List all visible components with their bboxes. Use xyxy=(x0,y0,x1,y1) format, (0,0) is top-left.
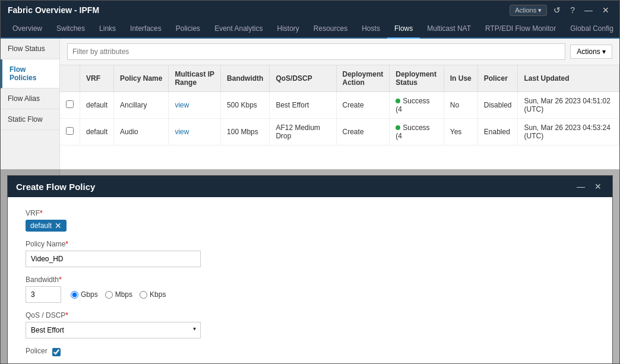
cell-policy-name: Ancillary xyxy=(114,92,169,119)
policer-label: Policer xyxy=(26,347,48,355)
policer-row: Policer xyxy=(26,347,594,357)
tab-global-config[interactable]: Global Config xyxy=(563,20,620,37)
cell-deployment-action: Create xyxy=(336,119,390,145)
cell-in-use: No xyxy=(444,92,477,119)
cell-last-updated: Sun, Mar 26 2023 04:53:24 (UTC) xyxy=(518,119,619,145)
filter-input[interactable] xyxy=(67,43,565,60)
tab-links[interactable]: Links xyxy=(92,20,123,37)
col-deployment-action: DeploymentAction xyxy=(336,65,390,92)
kbps-radio[interactable] xyxy=(140,291,147,299)
tab-flows[interactable]: Flows xyxy=(387,20,420,39)
multicast-link[interactable]: view xyxy=(175,128,189,136)
cell-bandwidth: 500 Kbps xyxy=(221,92,270,119)
title-bar: Fabric Overview - IPFM Actions ▾ ↺ ? — ✕ xyxy=(1,1,619,20)
mbps-option[interactable]: Mbps xyxy=(105,290,132,299)
tab-switches[interactable]: Switches xyxy=(49,20,92,37)
col-in-use: In Use xyxy=(444,65,477,92)
cell-multicast-ip: view xyxy=(169,119,221,145)
cell-in-use: Yes xyxy=(444,119,477,145)
cell-deployment-status: Success (4 xyxy=(390,119,444,145)
cell-qos: Best Effort xyxy=(270,92,336,119)
qos-label: QoS / DSCP* xyxy=(26,311,594,319)
cell-multicast-ip: view xyxy=(169,92,221,119)
col-bandwidth: Bandwidth xyxy=(221,65,270,92)
cell-policy-name: Audio xyxy=(114,119,169,145)
table-row: default Audio view 100 Mbps AF12 Medium … xyxy=(60,119,619,145)
col-last-updated: Last Updated xyxy=(518,65,619,92)
bandwidth-row: Gbps Mbps Kbps xyxy=(26,286,594,303)
flow-policies-table: VRF Policy Name Multicast IPRange Bandwi… xyxy=(60,65,619,145)
policy-name-field: Policy Name* xyxy=(26,240,594,267)
close-button[interactable]: ✕ xyxy=(599,4,612,16)
qos-select[interactable]: Best Effort AF12 Medium Drop xyxy=(26,322,201,338)
mbps-radio[interactable] xyxy=(105,291,113,299)
modal-title: Create Flow Policy xyxy=(16,182,95,192)
tab-multicast-nat[interactable]: Multicast NAT xyxy=(420,20,478,37)
minimize-button[interactable]: — xyxy=(581,4,596,16)
vrf-tag: default ✕ xyxy=(26,220,67,232)
col-vrf: VRF xyxy=(80,65,114,92)
create-flow-policy-modal: Create Flow Policy — ✕ VRF* default ✕ xyxy=(7,175,613,363)
tab-resources[interactable]: Resources xyxy=(306,20,355,37)
modal-title-bar: Create Flow Policy — ✕ xyxy=(8,176,612,197)
nav-tabs: Overview Switches Links Interfaces Polic… xyxy=(1,20,619,39)
vrf-field: VRF* default ✕ xyxy=(26,209,594,232)
modal-minimize-button[interactable]: — xyxy=(574,181,587,192)
col-deployment-status: DeploymentStatus xyxy=(390,65,444,92)
table-actions-button[interactable]: Actions ▾ xyxy=(570,45,612,59)
sidebar-item-flow-policies[interactable]: Flow Policies xyxy=(1,59,59,88)
vrf-tag-value: default xyxy=(30,221,52,230)
bandwidth-unit-group: Gbps Mbps Kbps xyxy=(71,290,166,299)
modal-overlay: Create Flow Policy — ✕ VRF* default ✕ xyxy=(1,169,619,363)
policy-name-input[interactable] xyxy=(26,251,201,267)
tab-rtp-edi[interactable]: RTP/EDI Flow Monitor xyxy=(478,20,563,37)
status-dot xyxy=(396,125,400,130)
row-checkbox[interactable] xyxy=(66,127,74,135)
sidebar-item-static-flow[interactable]: Static Flow xyxy=(1,109,59,130)
tab-policies[interactable]: Policies xyxy=(169,20,207,37)
tab-interfaces[interactable]: Interfaces xyxy=(123,20,169,37)
table-row: default Ancillary view 500 Kbps Best Eff… xyxy=(60,92,619,119)
cell-qos: AF12 Medium Drop xyxy=(270,119,336,145)
bandwidth-field: Bandwidth* Gbps Mbps xyxy=(26,276,594,303)
actions-button[interactable]: Actions ▾ xyxy=(510,5,547,16)
cell-policer: Enabled xyxy=(477,119,518,145)
tab-history[interactable]: History xyxy=(270,20,306,37)
gbps-radio[interactable] xyxy=(71,291,78,299)
cell-bandwidth: 100 Mbps xyxy=(221,119,270,145)
col-checkbox xyxy=(60,65,80,92)
cell-vrf: default xyxy=(80,92,114,119)
filter-bar: Actions ▾ xyxy=(60,39,619,65)
gbps-option[interactable]: Gbps xyxy=(71,290,98,299)
modal-body: VRF* default ✕ Policy Name* Bandwidth* xyxy=(8,197,612,363)
cell-vrf: default xyxy=(80,119,114,145)
tab-overview[interactable]: Overview xyxy=(5,20,49,37)
bandwidth-label: Bandwidth* xyxy=(26,276,594,284)
tab-event-analytics[interactable]: Event Analytics xyxy=(207,20,270,37)
bandwidth-input[interactable] xyxy=(26,286,61,303)
policer-field: Policer xyxy=(26,347,594,357)
cell-deployment-action: Create xyxy=(336,92,390,119)
col-policy-name: Policy Name xyxy=(114,65,169,92)
policy-name-label: Policy Name* xyxy=(26,240,594,248)
cell-deployment-status: Success (4 xyxy=(390,92,444,119)
col-policer: Policer xyxy=(477,65,518,92)
status-dot xyxy=(396,99,400,103)
policer-checkbox[interactable] xyxy=(52,348,61,356)
reset-button[interactable]: ↺ xyxy=(551,4,564,16)
cell-policer: Disabled xyxy=(477,92,518,119)
col-multicast-ip: Multicast IPRange xyxy=(169,65,221,92)
row-checkbox[interactable] xyxy=(66,100,74,108)
kbps-option[interactable]: Kbps xyxy=(140,290,166,299)
tab-hosts[interactable]: Hosts xyxy=(355,20,387,37)
help-button[interactable]: ? xyxy=(567,4,578,16)
qos-field: QoS / DSCP* Best Effort AF12 Medium Drop… xyxy=(26,311,594,338)
vrf-label: VRF* xyxy=(26,209,594,217)
multicast-link[interactable]: view xyxy=(175,101,189,109)
cell-last-updated: Sun, Mar 26 2023 04:51:02 (UTC) xyxy=(518,92,619,119)
modal-close-button[interactable]: ✕ xyxy=(592,181,604,192)
sidebar-item-flow-status[interactable]: Flow Status xyxy=(1,39,59,59)
vrf-tag-remove[interactable]: ✕ xyxy=(55,221,62,230)
app-title: Fabric Overview - IPFM xyxy=(8,5,99,15)
sidebar-item-flow-alias[interactable]: Flow Alias xyxy=(1,88,59,109)
